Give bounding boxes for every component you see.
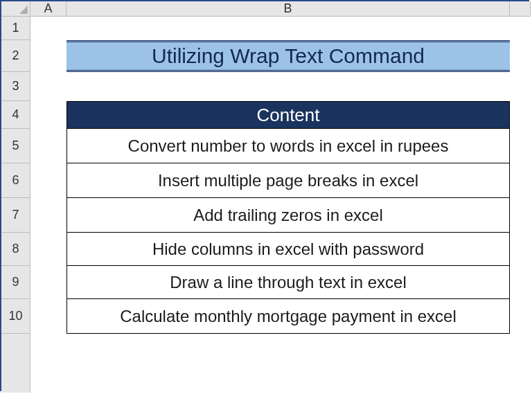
table-row[interactable]: Add trailing zeros in excel — [66, 198, 510, 233]
cell-text: Insert multiple page breaks in excel — [158, 171, 418, 190]
title-cell[interactable]: Utilizing Wrap Text Command — [66, 40, 510, 72]
table-row[interactable]: Draw a line through text in excel — [66, 266, 510, 299]
cell-text: Add trailing zeros in excel — [193, 206, 382, 225]
table-row[interactable]: Calculate monthly mortgage payment in ex… — [66, 299, 510, 334]
table-header-label: Content — [256, 105, 319, 126]
table-header[interactable]: Content — [66, 101, 510, 129]
row-header-4[interactable]: 4 — [1, 101, 30, 129]
table-row[interactable]: Hide columns in excel with password — [66, 233, 510, 266]
row-header-1[interactable]: 1 — [1, 17, 30, 40]
title-text: Utilizing Wrap Text Command — [152, 44, 425, 68]
cell-text: Hide columns in excel with password — [152, 240, 424, 259]
col-header-blank[interactable] — [510, 1, 531, 17]
cell-text: Calculate monthly mortgage payment in ex… — [120, 307, 456, 326]
row-header-2[interactable]: 2 — [1, 40, 30, 72]
spreadsheet-grid: A B 1 Utilizing Wrap Text Command Conten… — [1, 1, 528, 390]
col-header-B[interactable]: B — [66, 1, 510, 17]
col-header-A[interactable]: A — [30, 1, 66, 17]
table-row[interactable]: Convert number to words in excel in rupe… — [66, 129, 510, 163]
row-header-7[interactable]: 7 — [1, 198, 30, 233]
row-header-9[interactable]: 9 — [1, 266, 30, 299]
row-header-5[interactable]: 5 — [1, 129, 30, 163]
row-header-3[interactable]: 3 — [1, 72, 30, 101]
table-row[interactable]: Insert multiple page breaks in excel — [66, 163, 510, 198]
select-all-triangle[interactable] — [1, 1, 30, 17]
row-header-8[interactable]: 8 — [1, 233, 30, 266]
cell-text: Draw a line through text in excel — [170, 273, 407, 292]
cell-text: Convert number to words in excel in rupe… — [128, 136, 449, 156]
sheet-body[interactable]: Utilizing Wrap Text Command Content Conv… — [30, 17, 531, 393]
row-header-6[interactable]: 6 — [1, 163, 30, 198]
row-header-blank[interactable] — [1, 334, 30, 393]
row-header-10[interactable]: 10 — [1, 299, 30, 334]
